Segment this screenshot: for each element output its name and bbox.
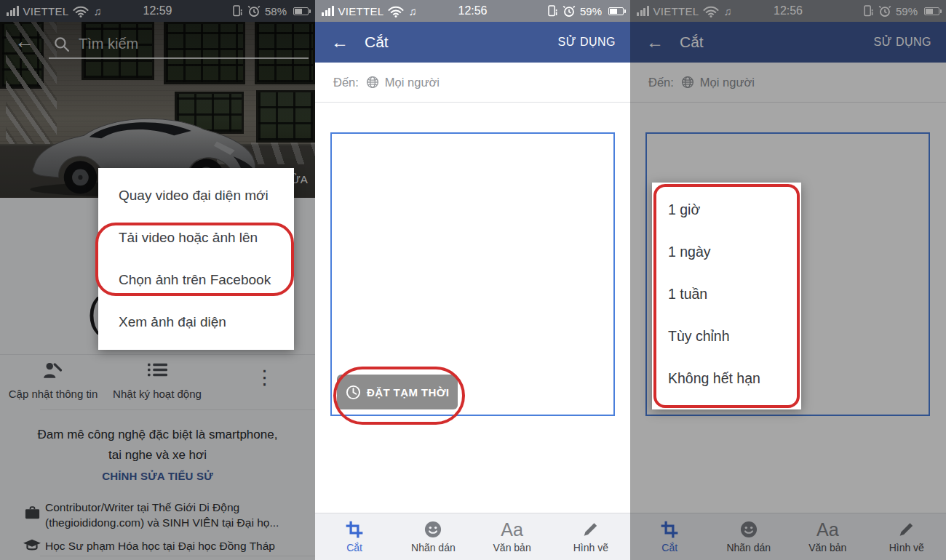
signal-strength-icon: [322, 6, 334, 16]
page-title: Cắt: [365, 33, 389, 51]
battery-percent-label: 59%: [580, 5, 602, 17]
crop-icon: [345, 520, 364, 539]
set-temporary-button[interactable]: ĐẶT TẠM THỜI: [337, 375, 458, 409]
menu-item-view-picture[interactable]: Xem ảnh đại diện: [98, 301, 294, 343]
tool-label: Nhãn dán: [411, 542, 456, 553]
carrier-label: VIETTEL: [338, 5, 384, 17]
music-note-icon: ♫: [408, 5, 416, 17]
tool-text[interactable]: Aa Văn bản: [473, 513, 552, 560]
tool-crop[interactable]: Cắt: [315, 513, 394, 560]
temporary-duration-menu: 1 giờ 1 ngày 1 tuần Tùy chỉnh Không hết …: [652, 183, 801, 409]
panel-crop-editor: VIETTEL ♫ 12:56: [315, 0, 630, 560]
app-header: ← Cắt SỬ DỤNG: [315, 22, 630, 63]
panel-profile: VIETTEL ♫ 12:59: [0, 0, 315, 560]
duration-option-1-day[interactable]: 1 ngày: [668, 231, 801, 273]
clock-label: 12:56: [458, 4, 487, 17]
status-bar: VIETTEL ♫ 12:56: [315, 0, 630, 22]
tool-label: Văn bản: [493, 542, 531, 553]
profile-picture-menu: Quay video đại diện mới Tải video hoặc ả…: [98, 168, 294, 350]
duration-option-1-hour[interactable]: 1 giờ: [668, 188, 801, 231]
text-tool-icon: Aa: [501, 520, 523, 539]
editor-toolbar: Cắt Nhãn dán Aa Văn bản Hình vẽ: [315, 513, 630, 560]
tool-stickers[interactable]: Nhãn dán: [394, 513, 472, 560]
tool-label: Hình vẽ: [573, 542, 608, 553]
duration-option-never-expire[interactable]: Không hết hạn: [668, 357, 801, 399]
clock-icon: [346, 385, 361, 400]
crop-region[interactable]: [330, 132, 615, 416]
to-label: Đến:: [333, 76, 359, 89]
smiley-icon: [424, 520, 442, 539]
vibrate-icon: [548, 5, 558, 17]
screenshot-root: VIETTEL ♫ 12:59: [0, 0, 946, 560]
menu-item-choose-on-facebook[interactable]: Chọn ảnh trên Facebook: [98, 259, 294, 301]
panel-crop-editor-dimmed: VIETTEL ♫ 12:56: [630, 0, 946, 560]
set-temporary-label: ĐẶT TẠM THỜI: [367, 386, 449, 399]
wifi-icon: [388, 5, 404, 17]
pencil-icon: [581, 520, 600, 539]
menu-item-upload[interactable]: Tải video hoặc ảnh lên: [98, 217, 294, 259]
alarm-clock-icon: [563, 5, 576, 17]
duration-option-custom[interactable]: Tùy chỉnh: [668, 315, 801, 357]
tool-label: Cắt: [346, 542, 362, 553]
back-arrow-icon[interactable]: ←: [331, 33, 349, 51]
tool-draw[interactable]: Hình vẽ: [552, 513, 630, 560]
use-button[interactable]: SỬ DỤNG: [558, 36, 616, 49]
globe-icon: [366, 76, 379, 89]
battery-icon: [608, 7, 624, 15]
audience-selector[interactable]: Đến: Mọi người: [315, 63, 630, 103]
audience-value: Mọi người: [385, 76, 440, 89]
duration-option-1-week[interactable]: 1 tuần: [668, 273, 801, 315]
menu-item-record-video[interactable]: Quay video đại diện mới: [98, 175, 294, 217]
